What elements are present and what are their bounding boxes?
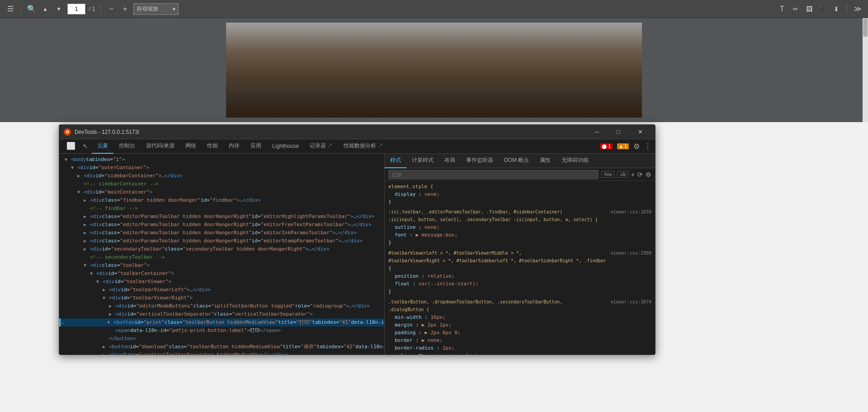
devtools-title: DevTools - 127.0.0.1:5173/: [75, 129, 139, 135]
css-tab-styles[interactable]: 样式: [385, 154, 406, 168]
css-rules-content[interactable]: element.style { display : none; } :is(.t…: [385, 181, 655, 355]
css-filter-input[interactable]: [388, 170, 599, 179]
more-options-icon[interactable]: ⋮: [644, 142, 651, 151]
pdf-scrollbar-thumb[interactable]: [863, 19, 868, 37]
prev-page-icon[interactable]: ▲: [40, 4, 50, 14]
tab-sources[interactable]: 源代码/来源: [141, 139, 180, 154]
tree-row-outer-container[interactable]: ▼ <div id="outerContainer" >: [59, 164, 384, 172]
tree-row-toolbar-viewer[interactable]: ▼ <div id="toolbarViewer" >: [59, 278, 384, 286]
tab-network-label: 网络: [185, 142, 196, 150]
total-pages-label: / 1: [89, 6, 95, 12]
tree-row-body[interactable]: ▼ <body tabindex="1" >: [59, 156, 384, 164]
tree-row-close-button[interactable]: </button>: [59, 335, 384, 343]
tab-performance-label: 性能: [207, 142, 218, 150]
refresh-icon[interactable]: ⟳: [637, 171, 643, 178]
tree-row-secondary-toolbar[interactable]: ▶ <div id="secondaryToolbar" class="seco…: [59, 245, 384, 253]
css-tab-properties[interactable]: 属性: [534, 154, 556, 168]
add-rule-button[interactable]: +: [631, 171, 635, 178]
sidebar-toggle-icon[interactable]: ☰: [5, 4, 15, 14]
toolbar-separator-3: [847, 5, 847, 14]
zoom-out-icon[interactable]: −: [106, 4, 116, 14]
css-selector-element-style: element.style {: [388, 183, 651, 190]
tab-console[interactable]: 控制台: [113, 139, 141, 154]
toolbar-separator: [21, 5, 21, 14]
tab-network[interactable]: 网络: [180, 139, 202, 154]
tab-memory[interactable]: 内存: [223, 139, 245, 154]
minimize-button[interactable]: ─: [586, 125, 607, 139]
page-number-input[interactable]: [67, 4, 85, 14]
tab-performance[interactable]: 性能: [202, 139, 223, 154]
tree-row-vertical-separator[interactable]: ▶ <div id="verticalToolbarSeparator" cla…: [59, 310, 384, 318]
pdf-page: [226, 23, 642, 118]
download-icon[interactable]: ⬇: [831, 4, 841, 14]
tab-lighthouse-label: Lighthouse: [272, 143, 299, 149]
tree-row-toolbar-viewer-right[interactable]: ▼ <div id="toolbarViewerRight" >: [59, 294, 384, 302]
toolbar-separator-2: [100, 5, 101, 14]
tab-memory-label: 内存: [229, 142, 240, 150]
zoom-in-icon[interactable]: +: [120, 4, 130, 14]
css-rule-toolbar-viewer: #toolbarViewerLeft > *, #toolbarViewerMi…: [388, 249, 651, 295]
tree-row-toolbar-viewer-left[interactable]: ▶ <div id="toolbarViewerLeft" > … </div>: [59, 286, 384, 294]
settings-icon-css[interactable]: ⚙: [646, 171, 651, 178]
tab-lighthouse[interactable]: Lighthouse: [267, 139, 304, 154]
css-tab-events[interactable]: 事件监听器: [461, 154, 499, 168]
tree-row-sidebar-container[interactable]: ▶ <div id="sidebarContainer" > … </div>: [59, 172, 384, 180]
tree-row-toolbar[interactable]: ▼ <div class="toolbar" >: [59, 261, 384, 270]
edit-icon[interactable]: ✏: [791, 4, 801, 14]
tab-console-label: 控制台: [119, 142, 135, 150]
css-selector-is-toolbar: :is(.toolbar, .editorParamsToolbar, .fin…: [388, 208, 651, 216]
close-button[interactable]: ✕: [630, 125, 651, 139]
css-tab-accessibility[interactable]: 无障碍功能: [556, 154, 594, 168]
pdf-scrollbar[interactable]: [863, 18, 868, 122]
warn-badge: ▲ 1: [617, 143, 629, 149]
css-panel-tabs: 样式 计算样式 布局 事件监听器 DOM 断点 属性 无障碍功能: [385, 154, 655, 168]
pdf-content: [0, 18, 868, 122]
tree-row-comment-sidebar[interactable]: <!-- sidebarContainer -->: [59, 180, 384, 188]
next-page-icon[interactable]: ▼: [54, 4, 64, 14]
more-tools-icon[interactable]: ≫: [853, 4, 863, 14]
stamp-icon[interactable]: ⬛: [818, 4, 828, 14]
tab-recorder-label: 记录器 ↗: [310, 142, 333, 150]
settings-icon[interactable]: ⚙: [633, 142, 640, 151]
tree-row-editor-ink[interactable]: ▶ <div class="editorParamsToolbar hidden…: [59, 229, 384, 237]
tab-application-label: 应用: [250, 142, 261, 150]
tab-inspect[interactable]: ⬜: [63, 139, 79, 154]
tab-recorder[interactable]: 记录器 ↗: [304, 139, 338, 154]
tab-application[interactable]: 应用: [245, 139, 267, 154]
zoom-select[interactable]: 自动缩放 ▾: [133, 3, 179, 15]
cls-button[interactable]: .cls: [617, 171, 628, 178]
css-tab-computed[interactable]: 计算样式: [406, 154, 439, 168]
tree-row-main-container[interactable]: ▼ <div id="mainContainer" >: [59, 188, 384, 196]
tree-row-editor-stamp[interactable]: ▶ <div class="editorParamsToolbar hidden…: [59, 237, 384, 245]
devtools-titlebar: ⚙ DevTools - 127.0.0.1:5173/ ─ □ ✕: [59, 125, 655, 139]
tree-row-findbar[interactable]: ▶ <div class="findbar hidden doorHanger"…: [59, 196, 384, 204]
tree-row-print-span[interactable]: <span data-l10n-id="pdfjs-print-button-l…: [59, 327, 384, 335]
css-tab-layout[interactable]: 布局: [439, 154, 461, 168]
css-tab-dom-breakpoints[interactable]: DOM 断点: [499, 154, 534, 168]
html-tree[interactable]: ▼ <body tabindex="1" > ▼ <div id="outerC…: [59, 154, 384, 355]
tree-row-print-button[interactable]: … ▼ <button id="print" class="toolbarBut…: [59, 318, 384, 327]
tree-row-editor-highlight[interactable]: ▶ <div class="editorParamsToolbar hidden…: [59, 213, 384, 221]
search-icon[interactable]: 🔍: [27, 4, 37, 14]
devtools-toolbar-icons: ⬤ 1 ▲ 1 ⚙ ⋮: [600, 142, 651, 151]
pdf-page-image: [226, 23, 642, 118]
tree-row-comment-secondary[interactable]: <!-- secondaryToolbar -->: [59, 253, 384, 261]
tree-row-sep-hidden[interactable]: ▶ <div class="verticalToolbarSeparator h…: [59, 351, 384, 355]
pseudo-button[interactable]: :hov: [601, 171, 614, 178]
image-icon[interactable]: 🖼: [804, 4, 814, 14]
tab-elements-label: 元素: [97, 142, 108, 150]
tree-row-editor-mode-buttons[interactable]: ▶ <div id="editorModeButtons" class="spl…: [59, 302, 384, 310]
tab-cursor[interactable]: ↖: [79, 139, 92, 154]
tab-perf-insights[interactable]: 性能数据分析 ↗: [338, 139, 388, 154]
tools-icon[interactable]: T: [777, 4, 787, 14]
tree-row-comment-findbar[interactable]: <!-- findbar -->: [59, 204, 384, 213]
tree-row-download-button[interactable]: ▶ <button id="download" class="toolbarBu…: [59, 343, 384, 351]
color-swatch: [419, 354, 423, 355]
maximize-button[interactable]: □: [608, 125, 629, 139]
html-panel: ▼ <body tabindex="1" > ▼ <div id="outerC…: [59, 154, 385, 355]
tab-elements[interactable]: 元素: [92, 139, 113, 154]
devtools-content: ▼ <body tabindex="1" > ▼ <div id="outerC…: [59, 154, 655, 355]
tree-row-toolbar-container[interactable]: ▼ <div id="toolbarContainer" >: [59, 270, 384, 278]
tree-row-editor-freetext[interactable]: ▶ <div class="editorParamsToolbar hidden…: [59, 221, 384, 229]
tab-sources-label: 源代码/来源: [146, 142, 175, 150]
